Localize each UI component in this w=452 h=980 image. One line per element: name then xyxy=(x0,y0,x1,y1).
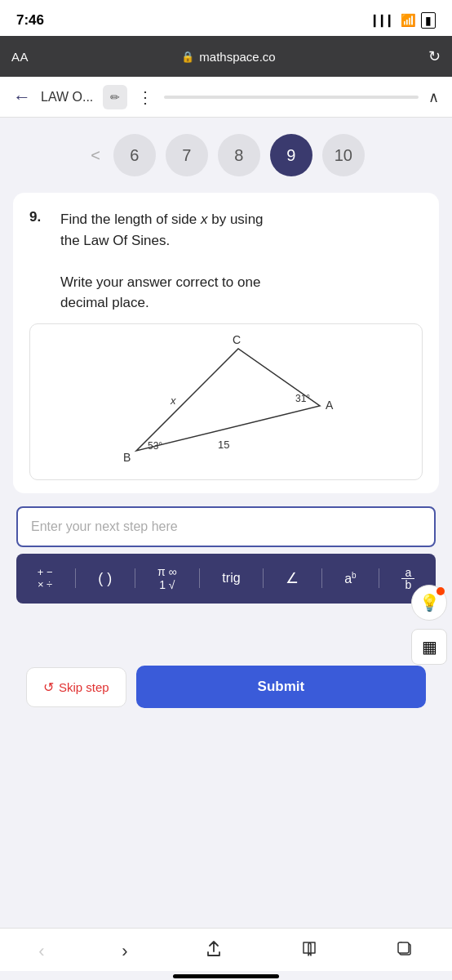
power-icon: ab xyxy=(344,571,356,586)
svg-marker-0 xyxy=(136,349,320,451)
browser-bar: AA 🔒 mathspace.co ↻ xyxy=(0,36,452,77)
svg-text:A: A xyxy=(326,399,334,412)
grid-hint-button[interactable]: ▦ xyxy=(411,629,447,665)
arith-icon: + −× ÷ xyxy=(38,566,53,591)
question-line4: decimal place. xyxy=(60,295,149,310)
main-content: 9. Find the length of side x by using th… xyxy=(0,193,452,928)
math-power-button[interactable]: ab xyxy=(338,568,362,590)
math-arith-button[interactable]: + −× ÷ xyxy=(31,563,60,595)
nav-progress-bar xyxy=(164,96,419,99)
share-button[interactable] xyxy=(192,937,236,966)
parens-icon: ( ) xyxy=(98,570,112,587)
question-8-circle[interactable]: 8 xyxy=(218,134,260,176)
tabs-button[interactable] xyxy=(383,937,427,966)
browser-aa-label[interactable]: AA xyxy=(11,50,29,64)
lock-icon: 🔒 xyxy=(181,51,194,63)
question-card: 9. Find the length of side x by using th… xyxy=(13,193,439,493)
skip-label: Skip step xyxy=(59,680,109,694)
hint-notification-dot xyxy=(436,587,445,595)
lightbulb-icon: 💡 xyxy=(419,593,440,612)
nav-dots-button[interactable]: ⋮ xyxy=(137,87,154,107)
nav-title: LAW O... xyxy=(41,90,93,105)
svg-text:x: x xyxy=(170,394,176,407)
question-line1-end: by using xyxy=(208,212,264,227)
nav-back-button[interactable]: ← xyxy=(13,87,31,108)
refresh-icon[interactable]: ↻ xyxy=(428,47,441,65)
math-toolbar: + −× ÷ ( ) π ∞1 √ trig ∠ ab xyxy=(16,554,436,604)
book-button[interactable] xyxy=(287,937,331,966)
input-area: + −× ÷ ( ) π ∞1 √ trig ∠ ab xyxy=(16,506,436,604)
angle-icon: ∠ xyxy=(286,569,299,587)
grid-icon: ▦ xyxy=(422,637,437,657)
question-6-circle[interactable]: 6 xyxy=(113,134,156,176)
skip-step-button[interactable]: ↺ Skip step xyxy=(26,667,126,707)
toolbar-divider-5 xyxy=(321,568,322,588)
bottom-actions: ↺ Skip step Submit xyxy=(13,653,439,721)
hint-area: 💡 ▦ xyxy=(411,585,447,665)
triangle-svg: B C A x 15 31° 53° xyxy=(112,332,340,471)
status-time: 7:46 xyxy=(16,12,44,29)
wifi-icon: 📶 xyxy=(401,13,416,28)
svg-text:15: 15 xyxy=(218,439,229,451)
home-indicator xyxy=(173,974,279,978)
status-bar: 7:46 ▎▎▎ 📶 ▮ xyxy=(0,0,452,36)
toolbar-divider-3 xyxy=(199,568,200,588)
svg-text:B: B xyxy=(123,451,131,464)
question-7-circle[interactable]: 7 xyxy=(166,134,208,176)
toolbar-divider-4 xyxy=(263,568,264,588)
question-number-nav: < 6 7 8 9 10 xyxy=(0,118,452,193)
step-input[interactable] xyxy=(16,506,436,547)
toolbar-divider-6 xyxy=(379,568,379,588)
math-angle-button[interactable]: ∠ xyxy=(279,566,305,590)
lightbulb-hint-button[interactable]: 💡 xyxy=(411,585,447,621)
browser-nav: ‹ › xyxy=(0,928,452,971)
nav-bar: ← LAW O... ✏ ⋮ ∧ xyxy=(0,77,452,118)
svg-text:C: C xyxy=(233,333,241,346)
svg-text:31°: 31° xyxy=(295,393,310,404)
question-var: x xyxy=(201,212,208,227)
question-line1: Find the length of side xyxy=(60,212,201,227)
browser-url-container[interactable]: 🔒 mathspace.co xyxy=(37,50,420,64)
toolbar-divider-2 xyxy=(135,568,135,588)
svg-text:53°: 53° xyxy=(148,440,162,452)
browser-back-button[interactable]: ‹ xyxy=(25,938,57,965)
math-constants-button[interactable]: π ∞1 √ xyxy=(151,562,184,596)
submit-button[interactable]: Submit xyxy=(136,666,426,708)
question-line2: the Law Of Sines. xyxy=(60,233,170,248)
math-parens-button[interactable]: ( ) xyxy=(91,567,118,590)
constants-icon: π ∞1 √ xyxy=(157,565,177,593)
signal-icon: ▎▎▎ xyxy=(374,15,396,27)
triangle-diagram: B C A x 15 31° 53° xyxy=(29,323,423,480)
question-number-label: 9. xyxy=(29,209,52,314)
question-9-circle[interactable]: 9 xyxy=(270,134,312,176)
math-trig-button[interactable]: trig xyxy=(215,568,246,589)
trig-icon: trig xyxy=(222,571,240,586)
status-icons: ▎▎▎ 📶 ▮ xyxy=(374,12,436,29)
browser-forward-button[interactable]: › xyxy=(109,938,140,965)
question-10-circle[interactable]: 10 xyxy=(322,134,365,176)
nav-chevron-icon[interactable]: ∧ xyxy=(428,88,439,106)
prev-question-arrow[interactable]: < xyxy=(87,146,104,165)
nav-edit-icon[interactable]: ✏ xyxy=(103,85,127,109)
battery-icon: ▮ xyxy=(421,12,436,29)
question-text: Find the length of side x by using the L… xyxy=(60,209,264,314)
question-header: 9. Find the length of side x by using th… xyxy=(29,209,423,314)
browser-url: mathspace.co xyxy=(199,50,275,64)
skip-icon: ↺ xyxy=(43,679,54,695)
svg-rect-9 xyxy=(398,942,409,953)
toolbar-divider-1 xyxy=(75,568,76,588)
edit-icon: ✏ xyxy=(110,91,120,104)
question-line3: Write your answer correct to one xyxy=(60,274,260,290)
